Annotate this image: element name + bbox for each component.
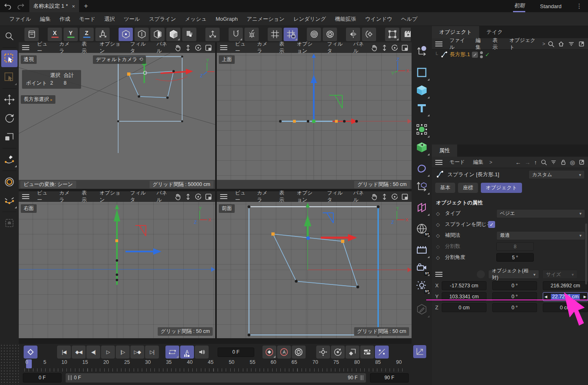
key-pla-toggle[interactable]: [375, 346, 389, 359]
maximize-view-icon[interactable]: [205, 193, 212, 200]
axis-x-toggle[interactable]: X: [48, 28, 62, 41]
close-spline-checkbox[interactable]: ✓: [488, 221, 495, 228]
pan-hand-icon[interactable]: [174, 193, 181, 200]
camera-swap-icon[interactable]: ⟲: [139, 57, 143, 62]
world-axes-button[interactable]: [205, 28, 220, 41]
orbit-icon[interactable]: [391, 193, 398, 200]
primitive-cube-icon[interactable]: [413, 81, 430, 99]
history-forward-icon[interactable]: →: [525, 159, 531, 166]
falloff-toggle-button[interactable]: [307, 28, 321, 41]
mirror-toggle-button[interactable]: [346, 28, 360, 41]
instance-cube-icon[interactable]: [413, 138, 430, 156]
object-axis-mode-button[interactable]: [182, 28, 196, 41]
render-region-button[interactable]: [385, 28, 399, 41]
search-icon[interactable]: [548, 41, 554, 47]
orbit-icon[interactable]: [195, 193, 202, 200]
z-rotation-field[interactable]: 0 °: [492, 303, 537, 312]
home-icon[interactable]: [558, 41, 564, 47]
spline-circle-tool[interactable]: [1, 173, 18, 190]
viewport-front[interactable]: ビューカメラ表示オプションフィルタパネル: [217, 191, 412, 338]
layout-menu-icon[interactable]: ⋮: [576, 2, 582, 10]
previous-frame-button[interactable]: ◀|: [86, 346, 100, 359]
pan-hand-icon[interactable]: [371, 193, 378, 200]
keyframe-diamond-icon[interactable]: ◇: [436, 211, 442, 217]
history-back-icon[interactable]: ←: [515, 159, 521, 166]
object-name[interactable]: 長方形.1: [450, 51, 470, 58]
menu-item[interactable]: 機能拡張: [330, 15, 361, 23]
viewport-menu-item[interactable]: カメラ: [253, 41, 274, 55]
visibility-toggles[interactable]: [480, 51, 483, 58]
filter-icon[interactable]: [568, 41, 575, 47]
menu-item[interactable]: スプライン: [144, 15, 181, 23]
close-tab-icon[interactable]: ×: [72, 3, 75, 9]
viewport-menu-item[interactable]: ビュー: [33, 190, 54, 203]
camera-label[interactable]: デフォルトカメラ ⟲: [93, 55, 146, 64]
current-frame-field[interactable]: 0 F: [218, 348, 254, 357]
dolly-icon[interactable]: [381, 44, 388, 51]
viewport-menu-item[interactable]: パネル: [152, 41, 174, 55]
text-object-icon[interactable]: [413, 99, 430, 117]
viewport-menu-item[interactable]: カメラ: [55, 41, 76, 55]
viewport-menu-item[interactable]: パネル: [349, 190, 370, 203]
enable-checkmark[interactable]: ✓: [485, 51, 490, 58]
menu-item[interactable]: 作成: [55, 15, 75, 23]
coordinates-lock-toggle[interactable]: [477, 270, 485, 278]
menu-item[interactable]: 表示: [489, 37, 505, 51]
spline-primitive-icon[interactable]: [413, 63, 430, 81]
hamburger-icon[interactable]: [220, 45, 227, 50]
menu-overflow-icon[interactable]: >: [488, 160, 494, 165]
menu-item[interactable]: ヘルプ: [397, 15, 422, 23]
viewport-menu-item[interactable]: フィルタ: [126, 190, 151, 203]
autokey-button[interactable]: A: [180, 346, 194, 359]
target-mode-icon[interactable]: ◎: [570, 159, 575, 166]
viewport-menu-item[interactable]: 表示: [275, 190, 292, 203]
tab-coordinates[interactable]: 座標: [458, 183, 478, 193]
type-dropdown[interactable]: ベジエ▾: [496, 209, 585, 218]
fcurve-window-button[interactable]: [413, 345, 426, 358]
viewport-right-canvas[interactable]: Y X Z 右面 グリッド間隔 : 50 cm: [19, 202, 215, 338]
hamburger-icon[interactable]: [22, 45, 29, 50]
viewport-menu-item[interactable]: 表示: [275, 41, 292, 55]
x-position-field[interactable]: -17.5273 cm: [442, 281, 487, 290]
object-row-rectangle[interactable]: └ 長方形.1 ✓: [432, 50, 522, 59]
project-box-icon[interactable]: [24, 28, 39, 41]
menu-item[interactable]: モード: [75, 15, 100, 23]
menu-item[interactable]: 編集: [472, 37, 488, 51]
next-key-button[interactable]: ▷◆: [130, 346, 144, 359]
menu-item[interactable]: オブジェクト: [506, 37, 540, 51]
menu-item[interactable]: MoGraph: [211, 16, 242, 22]
viewport-menu-item[interactable]: フィルタ: [323, 190, 348, 203]
maximize-view-icon[interactable]: [205, 44, 212, 51]
key-rotation-toggle[interactable]: [331, 346, 345, 359]
layout-standard[interactable]: Standard: [539, 2, 562, 11]
rotate-tool[interactable]: [1, 110, 18, 127]
menu-item[interactable]: モード: [446, 159, 469, 166]
angle-field[interactable]: 5 °: [496, 253, 534, 262]
menu-item[interactable]: 選択: [100, 15, 119, 23]
selection-tool-alt[interactable]: [1, 69, 18, 86]
snap-toggle-button[interactable]: [229, 28, 243, 41]
spline-pen-tool[interactable]: [1, 151, 18, 168]
previous-key-button[interactable]: ◆◀: [72, 346, 86, 359]
key-scale-toggle[interactable]: [346, 346, 359, 359]
hamburger-icon[interactable]: [22, 194, 29, 199]
axis-z-toggle[interactable]: Z: [79, 28, 94, 41]
document-tab[interactable]: 名称未設定 1 * ×: [29, 0, 79, 12]
redo-button[interactable]: [15, 1, 26, 11]
symmetry-icon[interactable]: [413, 199, 430, 217]
play-button[interactable]: ▷: [101, 346, 115, 359]
move-tool[interactable]: [1, 91, 18, 108]
light-icon[interactable]: ST: [413, 277, 430, 295]
range-start-grip[interactable]: [68, 375, 72, 380]
timeline-ruler[interactable]: 051015202530354045505560657075808590: [25, 359, 402, 365]
tab-attributes[interactable]: 属性: [432, 144, 457, 157]
stage-icon[interactable]: [413, 241, 430, 259]
viewport-top[interactable]: ビューカメラ表示オプションフィルタパネル: [217, 42, 412, 189]
points-mode-button[interactable]: [119, 28, 133, 41]
loop-playback-button[interactable]: [165, 346, 179, 359]
sound-button[interactable]: [195, 346, 209, 359]
quantize-toggle-button[interactable]: [284, 28, 298, 41]
hamburger-icon[interactable]: [435, 272, 443, 277]
viewport-menu-item[interactable]: オプション: [293, 41, 322, 55]
pan-hand-icon[interactable]: [371, 44, 378, 51]
